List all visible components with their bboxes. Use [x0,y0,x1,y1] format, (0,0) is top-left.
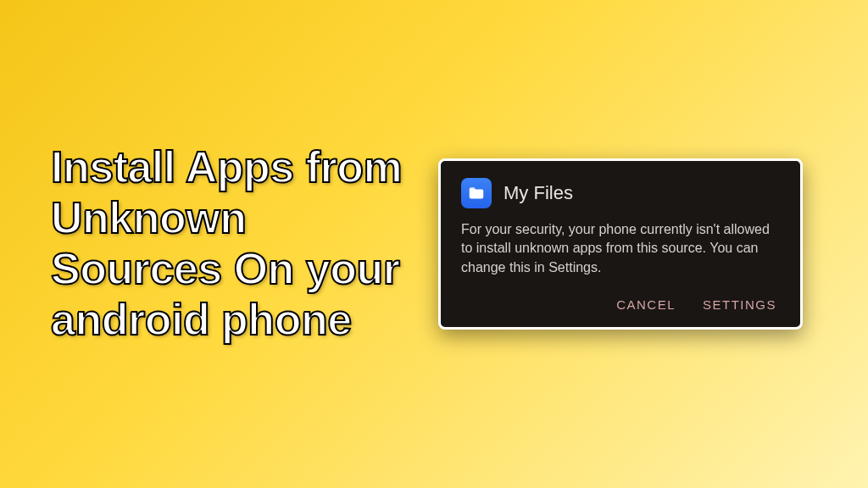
dialog-header: My Files [461,178,780,208]
main-container: Install Apps from Unknown Sources On you… [0,0,868,488]
cancel-button[interactable]: CANCEL [616,297,676,312]
page-headline: Install Apps from Unknown Sources On you… [51,142,424,345]
dialog-message: For your security, your phone currently … [461,220,780,277]
dialog-actions: CANCEL SETTINGS [461,297,780,312]
dialog-wrapper: My Files For your security, your phone c… [424,158,817,330]
settings-button[interactable]: SETTINGS [703,297,776,312]
install-blocked-dialog: My Files For your security, your phone c… [438,158,803,330]
folder-icon [461,178,492,208]
dialog-app-name: My Files [504,182,573,204]
